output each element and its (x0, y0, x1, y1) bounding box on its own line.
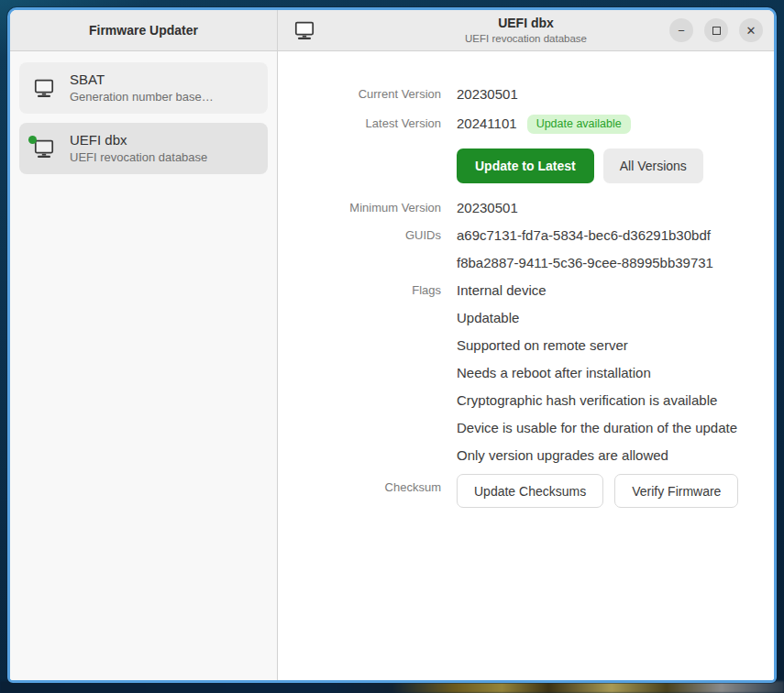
guids-label: GUIDs (278, 222, 441, 249)
flag-item: Updatable (457, 304, 737, 332)
header-bar: UEFI dbx UEFI revocation database − ✕ (278, 10, 774, 51)
device-name: SBAT (70, 71, 214, 89)
window-title: UEFI dbx (465, 16, 587, 32)
minimum-version-row: Minimum Version 20230501 (278, 194, 759, 222)
app-title: Firmware Updater (89, 23, 198, 38)
device-list: SBAT Generation number base… UEFI dbx UE… (10, 51, 278, 680)
latest-version-row: Latest Version 20241101 Update available (278, 110, 759, 138)
device-name: UEFI dbx (70, 131, 207, 149)
minimum-version-value: 20230501 (441, 194, 518, 222)
verify-firmware-button[interactable]: Verify Firmware (614, 474, 738, 508)
firmware-detail-pane: Current Version 20230501 Latest Version … (278, 51, 774, 680)
maximize-icon (712, 27, 721, 35)
uefi-dbx-monitor-icon (32, 137, 56, 160)
update-to-latest-button[interactable]: Update to Latest (457, 148, 594, 183)
update-actions-row: Update to Latest All Versions (278, 148, 759, 183)
flag-item: Internal device (457, 277, 737, 304)
guid-value: a69c7131-fd7a-5834-bec6-d36291b30bdf (457, 222, 713, 249)
close-button[interactable]: ✕ (739, 18, 763, 42)
firmware-updater-window: Firmware Updater UEFI dbx UEFI revocatio… (7, 7, 777, 683)
checksum-row: Checksum Update Checksums Verify Firmwar… (278, 474, 759, 508)
window-controls: − ✕ (669, 18, 763, 42)
sidebar-header: Firmware Updater (10, 10, 278, 51)
update-available-badge: Update available (527, 115, 631, 134)
guid-value: f8ba2887-9411-5c36-9cee-88995bb39731 (457, 249, 713, 277)
window-subtitle: UEFI revocation database (465, 32, 587, 45)
flag-item: Cryptographic hash verification is avail… (457, 387, 737, 414)
device-monitor-icon (293, 18, 316, 42)
minimum-version-label: Minimum Version (278, 194, 441, 222)
guids-row: GUIDs a69c7131-fd7a-5834-bec6-d36291b30b… (278, 222, 759, 277)
device-summary: UEFI revocation database (70, 149, 207, 166)
latest-version-label: Latest Version (278, 110, 441, 138)
sidebar-item-sbat[interactable]: SBAT Generation number base… (19, 62, 268, 114)
sidebar-item-uefi-dbx[interactable]: UEFI dbx UEFI revocation database (19, 123, 268, 174)
device-summary: Generation number base… (70, 89, 214, 105)
current-version-label: Current Version (278, 81, 441, 108)
window-title-block: UEFI dbx UEFI revocation database (465, 16, 587, 45)
current-version-value: 20230501 (441, 81, 518, 108)
update-available-dot-icon (28, 136, 37, 144)
flags-row: Flags Internal device Updatable Supporte… (278, 277, 759, 469)
flag-item: Needs a reboot after installation (457, 359, 737, 387)
maximize-button[interactable] (704, 18, 728, 42)
flags-label: Flags (278, 277, 441, 304)
sbat-monitor-icon (32, 76, 56, 100)
checksum-label: Checksum (278, 474, 441, 501)
latest-version-value: 20241101 (457, 110, 517, 138)
minimize-button[interactable]: − (669, 18, 693, 42)
minimize-icon: − (678, 25, 685, 37)
flag-item: Device is usable for the duration of the… (457, 414, 737, 442)
current-version-row: Current Version 20230501 (278, 81, 759, 108)
flag-item: Only version upgrades are allowed (457, 442, 737, 469)
all-versions-button[interactable]: All Versions (603, 148, 703, 183)
flag-item: Supported on remote server (457, 332, 737, 359)
update-checksums-button[interactable]: Update Checksums (457, 474, 603, 508)
close-icon: ✕ (746, 25, 756, 37)
